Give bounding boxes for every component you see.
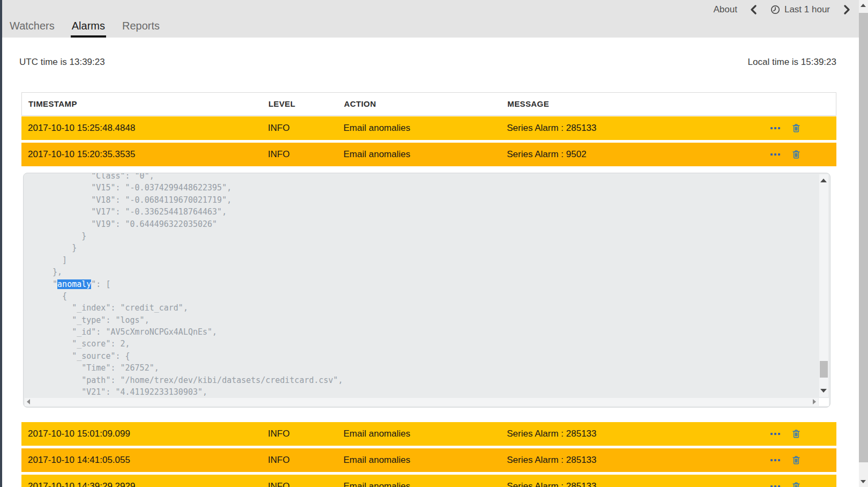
time-range-label: Last 1 hour [784,4,830,15]
page-scroll-up-arrow-icon[interactable] [860,4,866,7]
scroll-left-arrow-icon[interactable] [27,399,30,404]
header-cell-level: LEVEL [268,93,295,115]
alarm-timestamp: 2017-10-10 15:20:35.3535 [28,143,135,166]
tab-alarms[interactable]: Alarms [71,20,106,38]
alarm-message: Series Alarm : 285133 [507,448,596,472]
ellipsis-icon[interactable] [770,127,780,129]
chevron-right-icon [843,5,850,14]
scroll-down-arrow-icon[interactable] [820,389,827,393]
local-time-label: Local time is 15:39:23 [748,57,836,68]
header-cell-message: MESSAGE [507,93,549,115]
selected-text: anomaly [57,279,91,289]
alarm-row[interactable]: 2017-10-10 14:39:29.2929INFOEmail anomal… [21,475,836,487]
row-actions [770,143,829,166]
header-cell-timestamp: TIMESTAMP [28,93,77,115]
alarm-level: INFO [268,448,290,472]
alarm-action: Email anomalies [343,143,410,166]
trash-icon[interactable] [792,150,800,159]
trash-icon[interactable] [792,123,800,133]
row-actions [770,422,829,446]
alarm-row[interactable]: 2017-10-10 15:20:35.3535INFOEmail anomal… [21,143,836,166]
row-actions [770,475,829,487]
topbar-controls: About Last 1 hour [714,4,851,15]
scroll-right-arrow-icon[interactable] [813,399,816,404]
json-code-block: "Class": "0", "V15": "-0.037429944862239… [23,173,830,408]
alarm-action: Email anomalies [343,475,410,487]
alarm-level: INFO [268,475,290,487]
tab-reports[interactable]: Reports [121,20,161,38]
alarm-row[interactable]: 2017-10-10 14:41:05.055INFOEmail anomali… [21,448,836,472]
alarm-action: Email anomalies [343,448,410,472]
page-scrollbar[interactable] [859,0,868,487]
alarm-message: Series Alarm : 285133 [507,475,596,487]
alarm-timestamp: 2017-10-10 14:39:29.2929 [28,475,135,487]
page-scroll-down-arrow-icon[interactable] [860,480,866,483]
scrollbar-corner [819,398,829,406]
trash-icon[interactable] [792,482,800,487]
utc-time-label: UTC time is 13:39:23 [19,57,105,68]
chevron-left-icon [750,5,758,14]
time-range-button[interactable]: Last 1 hour [770,4,830,15]
trash-icon[interactable] [792,455,800,465]
alarm-action: Email anomalies [343,422,410,446]
header-cell-action: ACTION [344,93,376,115]
ellipsis-icon[interactable] [770,433,780,435]
code-horizontal-scrollbar[interactable] [25,398,818,406]
alarm-timestamp: 2017-10-10 14:41:05.055 [28,448,130,472]
alarm-action: Email anomalies [343,116,410,140]
code-vertical-scrollbar[interactable] [819,174,828,397]
next-time-range-button[interactable] [843,5,850,14]
app-edge-strip [0,0,2,487]
tab-watchers[interactable]: Watchers [9,20,56,38]
scroll-up-arrow-icon[interactable] [820,179,827,182]
alarm-level: INFO [268,116,290,140]
alarm-message: Series Alarm : 9502 [507,143,586,166]
alarm-rows-top: 2017-10-10 15:25:48.4848INFOEmail anomal… [21,116,836,169]
ellipsis-icon[interactable] [770,459,780,461]
alarm-level: INFO [268,422,290,446]
vertical-scroll-thumb[interactable] [820,361,828,378]
prev-time-range-button[interactable] [750,5,758,14]
alarm-rows-bottom: 2017-10-10 15:01:09.099INFOEmail anomali… [21,422,836,487]
row-actions [770,448,829,472]
top-navigation-bar: Watchers Alarms Reports About Last 1 hou… [0,0,859,38]
json-code[interactable]: "Class": "0", "V15": "-0.037429944862239… [24,173,817,398]
alarm-row[interactable]: 2017-10-10 15:01:09.099INFOEmail anomali… [21,422,836,446]
nav-tabs: Watchers Alarms Reports [9,20,161,38]
page-scroll-thumb[interactable] [859,13,868,462]
alarm-message: Series Alarm : 285133 [507,116,596,140]
alarm-message: Series Alarm : 285133 [507,422,596,446]
alarm-row[interactable]: 2017-10-10 15:25:48.4848INFOEmail anomal… [21,116,836,140]
clock-icon [770,5,780,14]
ellipsis-icon[interactable] [770,153,780,156]
alarm-detail-panel: "Class": "0", "V15": "-0.037429944862239… [21,168,836,412]
trash-icon[interactable] [792,429,800,439]
alarm-timestamp: 2017-10-10 15:25:48.4848 [28,116,135,140]
row-actions [770,116,829,140]
about-link[interactable]: About [714,4,737,15]
alarm-timestamp: 2017-10-10 15:01:09.099 [28,422,130,446]
alarm-level: INFO [268,143,290,166]
alarms-table-header: TIMESTAMP LEVEL ACTION MESSAGE [21,92,836,116]
